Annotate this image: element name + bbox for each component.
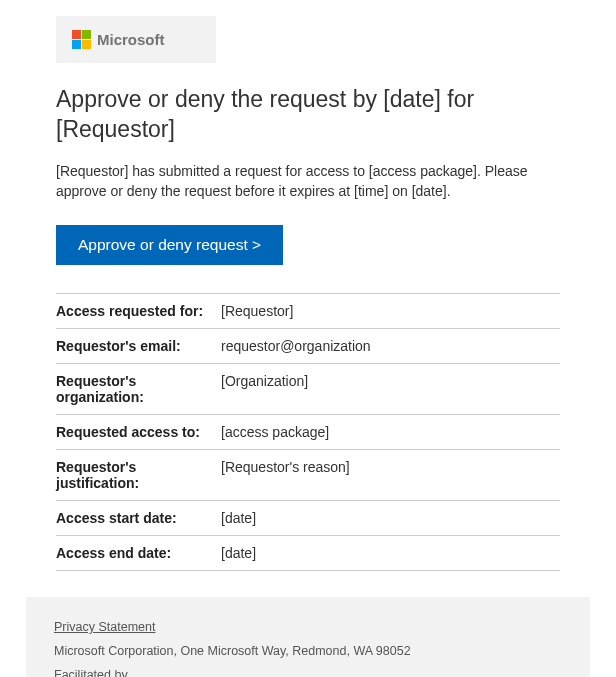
request-description: [Requestor] has submitted a request for … xyxy=(56,161,560,202)
detail-label: Access start date: xyxy=(56,501,221,536)
table-row: Access end date: [date] xyxy=(56,536,560,571)
detail-value: [Requestor's reason] xyxy=(221,450,560,501)
table-row: Requestor's justification: [Requestor's … xyxy=(56,450,560,501)
privacy-statement-link[interactable]: Privacy Statement xyxy=(54,620,155,634)
microsoft-logo: Microsoft xyxy=(72,30,200,49)
detail-value: [date] xyxy=(221,501,560,536)
approve-deny-button[interactable]: Approve or deny request > xyxy=(56,225,283,265)
facilitated-by-label: Facilitated by xyxy=(54,668,562,677)
detail-value: [date] xyxy=(221,536,560,571)
detail-label: Access end date: xyxy=(56,536,221,571)
header-brand-bar: Microsoft xyxy=(56,16,216,63)
table-row: Access requested for: [Requestor] xyxy=(56,294,560,329)
page-title: Approve or deny the request by [date] fo… xyxy=(56,85,560,145)
footer: Privacy Statement Microsoft Corporation,… xyxy=(26,597,590,677)
request-details-table: Access requested for: [Requestor] Reques… xyxy=(56,293,560,571)
footer-address: Microsoft Corporation, One Microsoft Way… xyxy=(54,644,562,658)
microsoft-logo-text: Microsoft xyxy=(97,31,165,48)
detail-label: Access requested for: xyxy=(56,294,221,329)
table-row: Requestor's email: requestor@organizatio… xyxy=(56,329,560,364)
detail-label: Requestor's justification: xyxy=(56,450,221,501)
microsoft-logo-icon xyxy=(72,30,91,49)
table-row: Requested access to: [access package] xyxy=(56,415,560,450)
detail-label: Requested access to: xyxy=(56,415,221,450)
detail-value: [Organization] xyxy=(221,364,560,415)
detail-value: [Requestor] xyxy=(221,294,560,329)
table-row: Requestor's organization: [Organization] xyxy=(56,364,560,415)
detail-label: Requestor's organization: xyxy=(56,364,221,415)
detail-value: [access package] xyxy=(221,415,560,450)
detail-value: requestor@organization xyxy=(221,329,560,364)
table-row: Access start date: [date] xyxy=(56,501,560,536)
detail-label: Requestor's email: xyxy=(56,329,221,364)
